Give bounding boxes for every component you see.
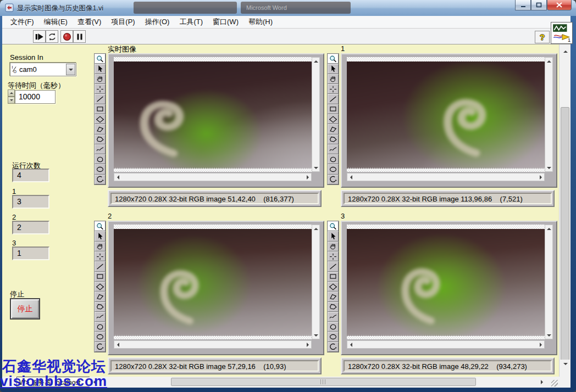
freehand-region-tool-button[interactable] (95, 322, 106, 332)
free-polygon-tool-button[interactable] (328, 135, 339, 144)
annulus-tool-button[interactable] (328, 175, 339, 184)
menu-tools[interactable]: 工具(T) (174, 16, 208, 28)
panel-vertical-scrollbar[interactable] (559, 44, 571, 377)
run-button[interactable] (33, 30, 46, 43)
polygon-tool-button[interactable] (328, 292, 339, 301)
resize-grip[interactable] (547, 377, 559, 388)
line-tool-button[interactable] (328, 261, 339, 271)
line-tool-button[interactable] (328, 94, 339, 104)
rectangle-tool-button[interactable] (328, 272, 339, 282)
image-vertical-scrollbar[interactable] (312, 57, 320, 172)
pan-tool-button[interactable] (95, 242, 106, 251)
freehand-line-tool-button[interactable] (328, 312, 339, 322)
oval-tool-button[interactable] (95, 332, 106, 341)
image-canvas[interactable] (347, 57, 545, 172)
polygon-tool-button[interactable] (95, 124, 106, 134)
freehand-line-tool-button[interactable] (328, 144, 339, 154)
point-tool-button[interactable] (95, 251, 106, 261)
menu-window[interactable]: 窗口(W) (208, 16, 243, 28)
rectangle-tool-button[interactable] (95, 104, 106, 114)
polygon-tool-button[interactable] (95, 292, 106, 301)
oval-tool-button[interactable] (328, 332, 339, 341)
wait-time-input[interactable]: 10000 (15, 90, 56, 104)
run-continuously-button[interactable] (46, 30, 58, 43)
freehand-line-tool-button[interactable] (95, 312, 106, 322)
point-tool-button[interactable] (328, 251, 339, 261)
free-polygon-tool-button[interactable] (328, 302, 339, 312)
image-horizontal-scrollbar[interactable] (347, 173, 545, 181)
annulus-tool-button[interactable] (328, 342, 339, 352)
maximize-button[interactable] (531, 0, 547, 10)
close-button[interactable] (547, 0, 572, 10)
oval-tool-button[interactable] (95, 164, 106, 174)
menu-project[interactable]: 项目(P) (106, 16, 140, 28)
rectangle-tool-button[interactable] (328, 104, 339, 114)
pan-tool-button[interactable] (328, 74, 339, 84)
session-in-combobox[interactable]: IO cam0 (10, 63, 76, 76)
zoom-tool-button[interactable] (328, 54, 339, 64)
cursor-tool-button[interactable] (95, 231, 106, 241)
image-group-live: 实时图像 1280x720 0.28X 32-bit RGB im (94, 44, 325, 209)
annulus-tool-button[interactable] (95, 342, 106, 352)
cursor-tool-button[interactable] (328, 231, 339, 241)
free-polygon-tool-button[interactable] (95, 302, 106, 312)
image-vertical-scrollbar[interactable] (545, 225, 553, 339)
pan-tool-button[interactable] (95, 74, 106, 84)
increment-button[interactable] (8, 89, 15, 97)
camera-image[interactable] (114, 61, 312, 169)
point-tool-button[interactable] (95, 84, 106, 94)
rectangle-tool-button[interactable] (95, 272, 106, 282)
image-canvas[interactable] (114, 225, 312, 339)
cursor-tool-button[interactable] (95, 64, 106, 74)
pan-tool-button[interactable] (328, 242, 339, 251)
pause-button[interactable] (73, 30, 86, 43)
cursor-tool-button[interactable] (328, 64, 339, 74)
image-horizontal-scrollbar[interactable] (114, 173, 312, 181)
minimize-button[interactable] (515, 0, 531, 10)
camera-image[interactable] (347, 229, 545, 336)
oval-tool-button[interactable] (328, 164, 339, 174)
camera-image[interactable] (347, 61, 545, 169)
image-canvas[interactable] (347, 225, 545, 339)
image-vertical-scrollbar[interactable] (545, 57, 553, 172)
horizontal-scroll-thumb[interactable] (171, 378, 476, 386)
line-tool-button[interactable] (95, 261, 106, 271)
rotated-rect-tool-button[interactable] (95, 114, 106, 124)
free-polygon-tool-button[interactable] (95, 135, 106, 144)
stop-button[interactable]: 停止 (10, 298, 40, 320)
line-tool-button[interactable] (95, 94, 106, 104)
zoom-tool-button[interactable] (95, 221, 106, 231)
rotated-rect-tool-button[interactable] (328, 282, 339, 292)
title-bar[interactable]: Microsoft Word 显示实时图像与历史图像1.vi (0, 0, 576, 16)
point-tool-button[interactable] (328, 84, 339, 94)
zoom-tool-button[interactable] (95, 54, 106, 64)
menu-operate[interactable]: 操作(O) (140, 16, 175, 28)
freehand-region-tool-button[interactable] (95, 154, 106, 164)
freehand-region-tool-button[interactable] (328, 322, 339, 332)
menu-view[interactable]: 查看(V) (73, 16, 106, 28)
vi-connector-icon[interactable]: 1 (551, 22, 573, 44)
abort-button[interactable] (60, 30, 73, 43)
freehand-line-tool-button[interactable] (95, 144, 106, 154)
combobox-dropdown-button[interactable] (66, 64, 75, 75)
rotated-rect-tool-button[interactable] (328, 114, 339, 124)
image-canvas[interactable] (114, 57, 312, 172)
annulus-tool-button[interactable] (95, 175, 106, 184)
panel-horizontal-scrollbar[interactable] (90, 377, 559, 388)
numeric-spinner[interactable] (8, 89, 15, 104)
image-horizontal-scrollbar[interactable] (347, 340, 545, 349)
polygon-tool-button[interactable] (328, 124, 339, 134)
window-title: 显示实时图像与历史图像1.vi (17, 4, 103, 13)
menu-help[interactable]: 帮助(H) (243, 16, 278, 28)
vertical-scroll-thumb[interactable] (561, 107, 569, 367)
decrement-button[interactable] (8, 97, 15, 104)
camera-image[interactable] (114, 229, 312, 336)
zoom-tool-button[interactable] (328, 221, 339, 231)
menu-edit[interactable]: 编辑(E) (39, 16, 73, 28)
image-vertical-scrollbar[interactable] (312, 225, 320, 339)
menu-file[interactable]: 文件(F) (5, 16, 39, 28)
freehand-region-tool-button[interactable] (328, 154, 339, 164)
rotated-rect-tool-button[interactable] (95, 282, 106, 292)
image-horizontal-scrollbar[interactable] (114, 340, 312, 349)
help-button[interactable]: ? (535, 31, 550, 43)
